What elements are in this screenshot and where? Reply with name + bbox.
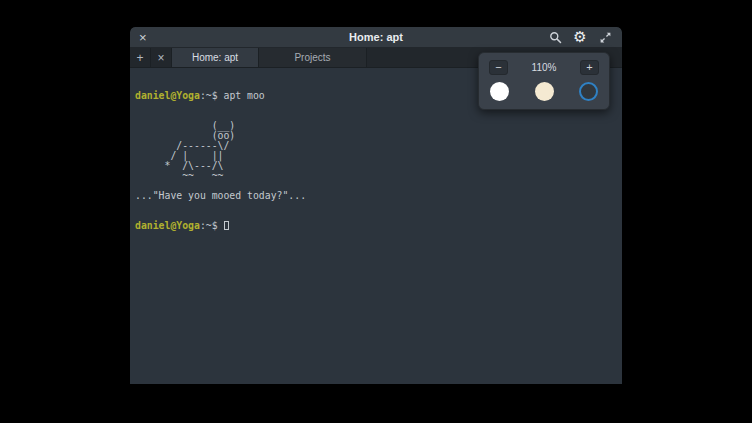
zoom-controls: − 110% + <box>489 60 599 75</box>
theme-light-swatch[interactable] <box>490 82 509 101</box>
prompt-line-2: daniel@Yoga:~$ <box>135 221 617 231</box>
command-output: (__) (oo) /------\/ / | || * /\---/\ ~~ … <box>135 121 617 201</box>
titlebar[interactable]: × Home: apt ⚙ <box>130 27 622 48</box>
new-tab-button[interactable]: + <box>130 48 151 67</box>
theme-swatches <box>489 82 599 101</box>
settings-menu-button[interactable]: ⚙ <box>572 29 588 45</box>
prompt-user: daniel@Yoga <box>135 90 200 101</box>
desktop-background: × Home: apt ⚙ + <box>0 0 752 423</box>
prompt-path: :~$ <box>200 220 218 231</box>
settings-popover: − 110% + <box>478 52 610 110</box>
close-tab-button[interactable]: × <box>151 48 172 67</box>
tab-label: Projects <box>294 52 330 63</box>
tab-label: Home: apt <box>192 52 238 63</box>
zoom-in-button[interactable]: + <box>580 60 599 75</box>
titlebar-actions: ⚙ <box>547 29 613 45</box>
window-close-button[interactable]: × <box>139 31 155 44</box>
prompt-path: :~$ <box>200 90 224 101</box>
fullscreen-button[interactable] <box>597 29 613 45</box>
zoom-out-button[interactable]: − <box>489 60 508 75</box>
theme-dark-swatch[interactable] <box>579 82 598 101</box>
zoom-level: 110% <box>532 62 557 73</box>
expand-icon <box>599 31 612 44</box>
theme-sepia-swatch[interactable] <box>535 82 554 101</box>
gear-icon: ⚙ <box>573 30 586 45</box>
tab-projects[interactable]: Projects <box>259 48 367 67</box>
terminal-cursor <box>224 221 229 230</box>
tab-home-apt[interactable]: Home: apt <box>172 48 259 67</box>
prompt-user: daniel@Yoga <box>135 220 200 231</box>
search-button[interactable] <box>547 29 563 45</box>
command-text: apt moo <box>223 90 264 101</box>
search-icon <box>549 31 562 44</box>
terminal-screen[interactable]: daniel@Yoga:~$ apt moo (__) (oo) /------… <box>130 68 622 384</box>
